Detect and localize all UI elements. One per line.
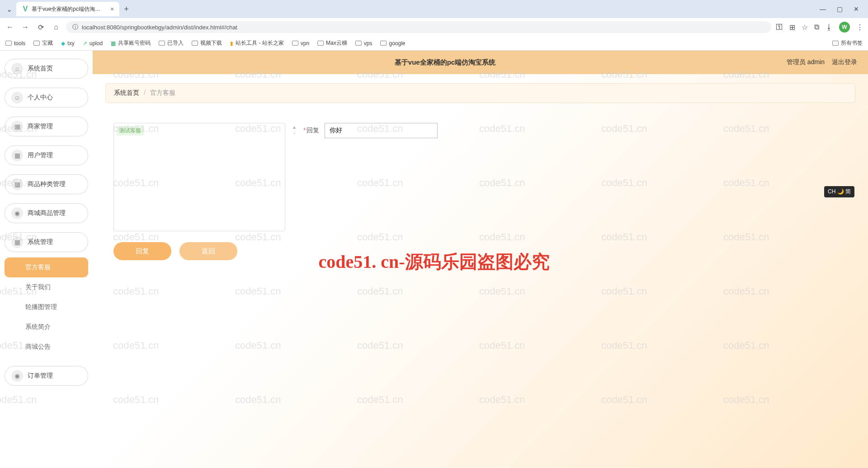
browser-tab-bar: ⌄ V 基于vue全家桶的pc端仿淘宝系 × + — ▢ ✕ [0,0,868,18]
sidebar-item-category[interactable]: ▦商品种类管理 [5,174,88,194]
password-icon[interactable]: ⚿ [776,23,783,31]
sidebar-item-merchant[interactable]: ▦商家管理 [5,117,88,136]
bookmark-bar: tools 宝藏 ◆txy ↗uplod ▦共享账号密码 已导入 视频下载 ▮站… [0,36,868,51]
folder-icon [292,41,298,46]
content: 系统首页 / 官方客服 测试客服 ▲ ☟ *回复 回复 [93,74,868,276]
sidebar-submenu: 官方客服 关于我们 轮播图管理 系统简介 商城公告 [5,257,88,357]
disc-icon: ◉ [11,370,23,382]
breadcrumb-separator: / [144,89,146,96]
bookmark-item[interactable]: ▦共享账号密码 [111,39,151,47]
sidebar-sub-intro[interactable]: 系统简介 [5,317,88,337]
cursor-icon: ☟ [293,131,296,136]
tab-close-icon[interactable]: × [110,5,114,13]
bookmark-item[interactable]: ▮站长工具 - 站长之家 [230,39,284,47]
browser-tab[interactable]: V 基于vue全家桶的pc端仿淘宝系 × [16,2,119,16]
browser-chrome: ⌄ V 基于vue全家桶的pc端仿淘宝系 × + — ▢ ✕ ← → ⟳ ⌂ ⓘ… [0,0,868,51]
spinner-handle[interactable]: ▲ ☟ [291,123,298,136]
folder-icon [33,41,40,46]
home-button[interactable]: ⌂ [51,22,61,33]
tab-dropdown-icon[interactable]: ⌄ [4,5,14,14]
back-button[interactable]: 返回 [179,242,237,260]
url-text: localhost:8080/springbootkebgy/admin/dis… [82,24,765,31]
folder-icon [832,41,839,46]
folder-icon [317,41,324,46]
bookmark-star-icon[interactable]: ☆ [802,23,808,32]
submit-button[interactable]: 回复 [113,242,171,260]
sidebar-sub-notice[interactable]: 商城公告 [5,337,88,357]
link-icon: ◆ [61,40,65,47]
folder-icon [192,41,198,46]
link-icon: ▮ [230,40,233,47]
sidebar-item-users[interactable]: ▦用户管理 [5,145,88,165]
profile-avatar[interactable]: W [839,22,850,33]
sidebar-item-profile[interactable]: ☺个人中心 [5,88,88,108]
sidebar-sub-carousel[interactable]: 轮播图管理 [5,297,88,317]
chevron-up-icon: ▲ [292,125,297,130]
extensions-icon[interactable]: ⧉ [814,23,819,31]
address-bar: ← → ⟳ ⌂ ⓘ localhost:8080/springbootkebgy… [0,18,868,36]
sidebar-sub-customer-service[interactable]: 官方客服 [5,257,88,277]
sidebar: ⌂系统首页 ☺个人中心 ▦商家管理 ▦用户管理 ▦商品种类管理 ◉商城商品管理 … [0,51,93,468]
bookmark-item[interactable]: 已导入 [159,39,184,47]
breadcrumb: 系统首页 / 官方客服 [105,83,855,103]
grid-icon: ▦ [11,150,23,161]
disc-icon: ◉ [11,207,23,219]
window-controls: — ▢ ✕ [820,5,864,13]
breadcrumb-current: 官方客服 [150,89,175,96]
lens-icon[interactable]: ⊞ [789,23,795,32]
bookmark-item[interactable]: vps [355,40,373,47]
bookmark-item[interactable]: Max云梯 [317,39,347,47]
forward-button[interactable]: → [20,22,31,33]
bookmark-item[interactable]: tools [5,40,25,47]
bookmark-item[interactable]: 宝藏 [33,39,53,47]
sidebar-sub-about[interactable]: 关于我们 [5,277,88,297]
new-tab-button[interactable]: + [124,5,129,14]
chat-panel: 测试客服 ▲ ☟ *回复 回复 返回 [105,117,855,267]
ime-indicator: CH 🌙 简 [824,186,854,197]
reload-button[interactable]: ⟳ [35,22,46,33]
download-icon[interactable]: ⭳ [826,23,833,31]
app-root: ⌂系统首页 ☺个人中心 ▦商家管理 ▦用户管理 ▦商品种类管理 ◉商城商品管理 … [0,51,868,468]
kebab-menu-icon[interactable]: ⋮ [856,23,863,32]
user-icon: ☺ [11,92,23,103]
sidebar-item-orders[interactable]: ◉订单管理 [5,366,88,386]
back-button[interactable]: ← [5,22,15,33]
sidebar-item-system[interactable]: ▦系统管理 [5,232,88,252]
grid-icon: ▦ [11,178,23,190]
folder-icon [380,41,387,46]
sidebar-item-products[interactable]: ◉商城商品管理 [5,203,88,223]
bookmark-item[interactable]: ↗uplod [83,40,103,47]
reply-input[interactable] [325,123,438,138]
vue-favicon-icon: V [22,5,29,13]
admin-label[interactable]: 管理员 admin [787,58,825,66]
grid-icon: ▦ [11,236,23,248]
minimize-button[interactable]: — [820,5,826,13]
reply-label: *回复 [303,123,319,135]
maximize-button[interactable]: ▢ [837,5,843,13]
close-window-button[interactable]: ✕ [854,5,859,13]
url-field[interactable]: ⓘ localhost:8080/springbootkebgy/admin/d… [66,21,771,33]
home-icon: ⌂ [11,63,23,75]
topbar: 基于vue全家桶的pc端仿淘宝系统 管理员 admin 退出登录 [93,51,868,74]
bookmark-item[interactable]: ◆txy [61,40,74,47]
app-title: 基于vue全家桶的pc端仿淘宝系统 [395,58,495,67]
topbar-right: 管理员 admin 退出登录 [787,58,857,66]
all-bookmarks[interactable]: 所有书签 [832,39,863,47]
bookmark-item[interactable]: google [380,40,405,47]
logout-link[interactable]: 退出登录 [832,58,857,66]
folder-icon [5,41,12,46]
toolbar-right: ⚿ ⊞ ☆ ⧉ ⭳ W ⋮ [776,22,863,33]
tab-title: 基于vue全家桶的pc端仿淘宝系 [32,5,104,13]
main-area: 基于vue全家桶的pc端仿淘宝系统 管理员 admin 退出登录 系统首页 / … [93,51,868,468]
link-icon: ▦ [111,40,116,47]
folder-icon [159,41,165,46]
site-info-icon[interactable]: ⓘ [72,23,78,31]
form-row: 测试客服 ▲ ☟ *回复 [113,123,847,231]
breadcrumb-home[interactable]: 系统首页 [114,89,139,96]
chat-log[interactable]: 测试客服 [113,123,285,231]
bookmark-item[interactable]: 视频下载 [192,39,222,47]
grid-icon: ▦ [11,121,23,132]
bookmark-item[interactable]: vpn [292,40,309,47]
sidebar-item-home[interactable]: ⌂系统首页 [5,59,88,79]
chat-message-tag: 测试客服 [117,126,144,136]
